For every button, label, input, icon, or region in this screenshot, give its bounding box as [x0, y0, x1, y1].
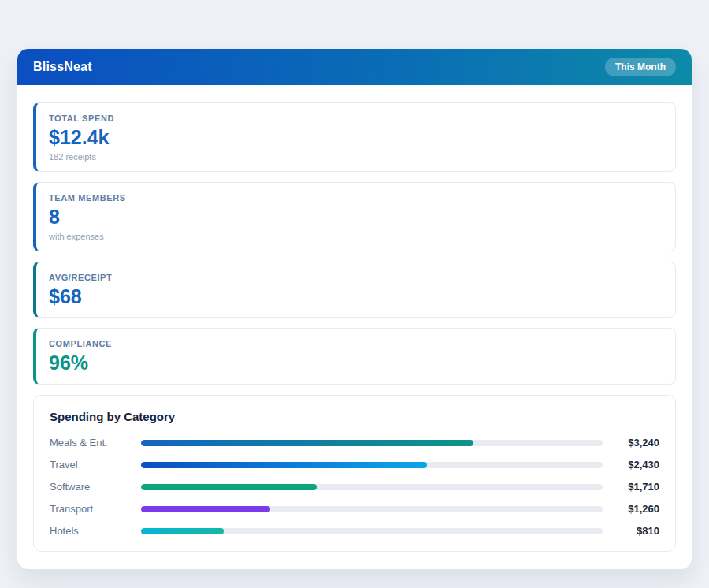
category-row-travel: Travel $2,430: [50, 459, 659, 471]
category-bar-track: [141, 462, 603, 468]
category-bar-track: [141, 506, 603, 512]
stat-label: COMPLIANCE: [49, 339, 663, 348]
category-label: Travel: [50, 459, 141, 471]
category-bar-fill: [141, 462, 427, 468]
app-title: BlissNeat: [33, 60, 92, 74]
stat-label: TOTAL SPEND: [49, 114, 663, 123]
category-row-hotels: Hotels $810: [50, 525, 659, 537]
app-header: BlissNeat This Month: [17, 49, 692, 85]
stat-subtext: with expenses: [49, 232, 663, 241]
category-bar-track: [141, 484, 603, 490]
stat-card-team-members: TEAM MEMBERS 8 with expenses: [33, 182, 676, 251]
period-badge[interactable]: This Month: [605, 58, 676, 76]
category-bar-track: [141, 528, 603, 534]
category-amount: $1,710: [603, 481, 659, 493]
stat-label: TEAM MEMBERS: [49, 193, 663, 203]
category-amount: $810: [603, 525, 659, 537]
dashboard-content: TOTAL SPEND $12.4k 182 receipts TEAM MEM…: [17, 85, 692, 569]
category-bar-fill: [141, 528, 224, 534]
category-row-meals: Meals & Ent. $3,240: [50, 437, 659, 448]
category-label: Transport: [50, 503, 141, 515]
category-row-software: Software $1,710: [50, 481, 659, 493]
stat-card-avg-receipt: AVG/RECEIPT $68: [33, 262, 676, 318]
category-label: Hotels: [50, 525, 141, 537]
stat-card-total-spend: TOTAL SPEND $12.4k 182 receipts: [33, 102, 676, 172]
stat-value: 96%: [49, 352, 663, 374]
stat-label: AVG/RECEIPT: [49, 273, 663, 282]
category-row-transport: Transport $1,260: [50, 503, 659, 515]
category-bar-track: [141, 440, 603, 446]
category-bar-fill: [141, 484, 317, 490]
stat-card-compliance: COMPLIANCE 96%: [33, 328, 676, 385]
category-bar-fill: [141, 440, 473, 446]
category-section-title: Spending by Category: [50, 410, 659, 423]
dashboard-card: BlissNeat This Month TOTAL SPEND $12.4k …: [17, 49, 692, 569]
stat-subtext: 182 receipts: [49, 152, 663, 162]
category-bar-fill: [141, 506, 270, 512]
spending-by-category-card: Spending by Category Meals & Ent. $3,240…: [33, 395, 676, 552]
category-amount: $3,240: [603, 437, 659, 448]
category-amount: $2,430: [603, 459, 659, 471]
category-amount: $1,260: [603, 503, 659, 515]
stat-value: 8: [49, 206, 663, 229]
category-label: Meals & Ent.: [50, 437, 141, 448]
stat-value: $68: [49, 285, 663, 308]
category-label: Software: [50, 481, 141, 493]
stat-value: $12.4k: [49, 126, 663, 149]
